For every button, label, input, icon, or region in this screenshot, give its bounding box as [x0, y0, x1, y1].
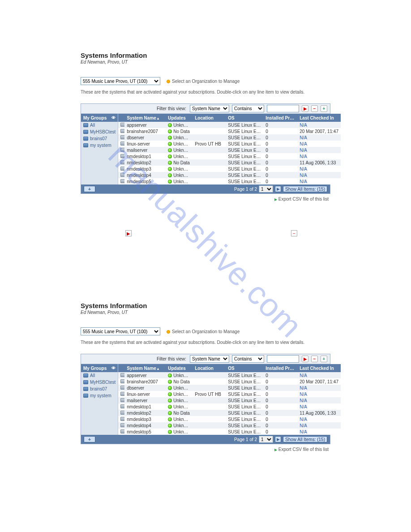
- group-item-all[interactable]: All: [81, 122, 118, 129]
- group-item-all[interactable]: All: [81, 372, 118, 379]
- table-row[interactable]: nmdesktop1UnknownSUSE Linux Enterp...0N/…: [118, 403, 341, 410]
- pager: Page 1 of 2 1 ▶ Show All Items: (15): [234, 436, 330, 443]
- pager-text: Page 1 of 2: [234, 187, 257, 192]
- status-led-icon: [168, 129, 172, 133]
- filter-field-select[interactable]: System Name: [190, 105, 229, 112]
- col-products[interactable]: Installed Products: [263, 366, 297, 371]
- status-led-icon: [168, 173, 172, 177]
- description: These are the systems that are activated…: [81, 340, 330, 345]
- table-row[interactable]: nmdesktop3UnknownSUSE Linux Enterp...0N/…: [118, 166, 341, 172]
- col-updates[interactable]: Updates: [166, 116, 193, 120]
- table-row[interactable]: mailserverUnknownSUSE Linux Enterp...0N/…: [118, 397, 341, 403]
- col-last-checked[interactable]: Last Checked In: [297, 366, 341, 371]
- table-row[interactable]: nmdesktop5UnknownSUSE Linux Enterp...0N/…: [118, 178, 341, 184]
- system-icon: [120, 429, 124, 433]
- group-item[interactable]: my system: [81, 142, 118, 149]
- table-row[interactable]: dbserverUnknownSUSE Linux Enterp...0N/A: [118, 134, 341, 141]
- filter-remove-icon[interactable]: −: [311, 105, 318, 112]
- table-body: appserverUnknownSUSE Linux Enterp...0N/A…: [118, 122, 341, 184]
- table-row[interactable]: nmdesktop5UnknownSUSE Linux Enterp...0N/…: [118, 429, 341, 435]
- table-row[interactable]: appserverUnknownSUSE Linux Enterp...0N/A: [118, 122, 341, 128]
- group-item[interactable]: brains07: [81, 386, 118, 392]
- filter-op-select[interactable]: Contains: [232, 105, 264, 112]
- group-item[interactable]: my system: [81, 392, 118, 399]
- col-location[interactable]: Location: [193, 116, 226, 120]
- status-led-icon: [168, 148, 172, 152]
- group-icon: [83, 143, 88, 147]
- system-icon: [120, 373, 124, 377]
- group-icon: [83, 387, 88, 391]
- add-group-button[interactable]: +: [84, 436, 95, 442]
- group-icon: [83, 137, 88, 141]
- group-icon: [83, 380, 88, 384]
- annotation-markers: ▶ −: [81, 203, 330, 257]
- filter-label: Filter this view:: [157, 356, 186, 361]
- table-row[interactable]: nmdesktop4UnknownSUSE Linux Enterp...0N/…: [118, 422, 341, 429]
- eye-icon[interactable]: 👁: [111, 116, 116, 120]
- filter-add-icon[interactable]: +: [321, 356, 327, 362]
- filter-value-input[interactable]: [267, 355, 299, 363]
- status-led-icon: [168, 136, 172, 140]
- table-row[interactable]: nmdesktop2No DataSUSE Linux Enterp...011…: [118, 410, 341, 416]
- filter-apply-icon[interactable]: ▶: [302, 105, 308, 112]
- table-row[interactable]: brainshare2007No DataSUSE Linux Enterp..…: [118, 378, 341, 385]
- panel-footer: + Page 1 of 2 1 ▶ Show All Items: (15): [81, 184, 330, 193]
- groups-sidebar: My Groups 👁 All MyHSBCtest brains07 my s…: [81, 364, 118, 435]
- col-updates[interactable]: Updates: [166, 366, 193, 371]
- filter-value-input[interactable]: [267, 105, 299, 112]
- col-last-checked[interactable]: Last Checked In: [297, 116, 341, 120]
- pager-page-select[interactable]: 1: [259, 185, 273, 193]
- col-products[interactable]: Installed Products: [263, 116, 297, 120]
- show-all-button[interactable]: Show All Items: (15): [283, 436, 327, 442]
- export-link[interactable]: ▶Export CSV file of this list: [81, 444, 330, 454]
- table-row[interactable]: nmdesktop1UnknownSUSE Linux Enterp...0N/…: [118, 153, 341, 159]
- filter-op-select[interactable]: Contains: [232, 355, 264, 363]
- table-row[interactable]: linux-serverUnknownProvo UT HBSUSE Linux…: [118, 141, 341, 147]
- org-select[interactable]: 555 Music Lane Provo, UT (100): [81, 327, 160, 335]
- org-select[interactable]: 555 Music Lane Provo, UT (100): [81, 77, 160, 85]
- table-row[interactable]: mailserverUnknownSUSE Linux Enterp...0N/…: [118, 147, 341, 153]
- system-icon: [120, 423, 124, 427]
- export-link[interactable]: ▶Export CSV file of this list: [81, 194, 330, 203]
- page-2: Systems Information Ed Newman, Provo, UT…: [0, 284, 411, 481]
- col-system-name[interactable]: System Name: [124, 366, 166, 371]
- filter-bar: Filter this view: System Name Contains ▶…: [81, 354, 330, 364]
- table-row[interactable]: dbserverUnknownSUSE Linux Enterp...0N/A: [118, 385, 341, 391]
- page-subtitle: Ed Newman, Provo, UT: [81, 60, 330, 64]
- group-item[interactable]: MyHSBCtest: [81, 129, 118, 135]
- table-row[interactable]: nmdesktop4UnknownSUSE Linux Enterp...0N/…: [118, 172, 341, 178]
- col-location[interactable]: Location: [193, 366, 226, 371]
- table-row[interactable]: nmdesktop3UnknownSUSE Linux Enterp...0N/…: [118, 416, 341, 422]
- table-content: System Name Updates Location OS Installe…: [118, 114, 341, 184]
- status-led-icon: [168, 167, 172, 171]
- show-all-button[interactable]: Show All Items: (15): [283, 186, 327, 192]
- system-icon: [120, 173, 124, 177]
- system-icon: [120, 417, 124, 421]
- filter-field-select[interactable]: System Name: [190, 355, 229, 363]
- system-icon: [120, 386, 124, 390]
- system-icon: [120, 167, 124, 171]
- col-os[interactable]: OS: [226, 116, 263, 120]
- filter-remove-icon[interactable]: −: [311, 356, 318, 362]
- pager-page-select[interactable]: 1: [259, 436, 273, 443]
- page-title: Systems Information: [81, 51, 330, 59]
- system-icon: [120, 379, 124, 383]
- group-item[interactable]: brains07: [81, 135, 118, 142]
- group-item[interactable]: MyHSBCtest: [81, 379, 118, 386]
- status-led-icon: [168, 380, 172, 384]
- table-row[interactable]: linux-serverUnknownProvo UT HBSUSE Linux…: [118, 391, 341, 397]
- pager-next-icon[interactable]: ▶: [275, 436, 281, 442]
- eye-icon[interactable]: 👁: [111, 366, 116, 370]
- filter-apply-icon[interactable]: ▶: [302, 356, 308, 362]
- add-group-button[interactable]: +: [84, 186, 95, 192]
- pager-next-icon[interactable]: ▶: [275, 186, 281, 192]
- table-row[interactable]: appserverUnknownSUSE Linux Enterp...0N/A: [118, 372, 341, 378]
- table-row[interactable]: nmdesktop2No DataSUSE Linux Enterp...011…: [118, 159, 341, 166]
- col-system-name[interactable]: System Name: [124, 116, 166, 120]
- col-os[interactable]: OS: [226, 366, 263, 371]
- table-row[interactable]: brainshare2007No DataSUSE Linux Enterp..…: [118, 128, 341, 134]
- filter-bar: Filter this view: System Name Contains ▶…: [81, 104, 330, 114]
- filter-add-icon[interactable]: +: [321, 105, 327, 112]
- pager-text: Page 1 of 2: [234, 437, 257, 442]
- system-icon: [120, 154, 124, 158]
